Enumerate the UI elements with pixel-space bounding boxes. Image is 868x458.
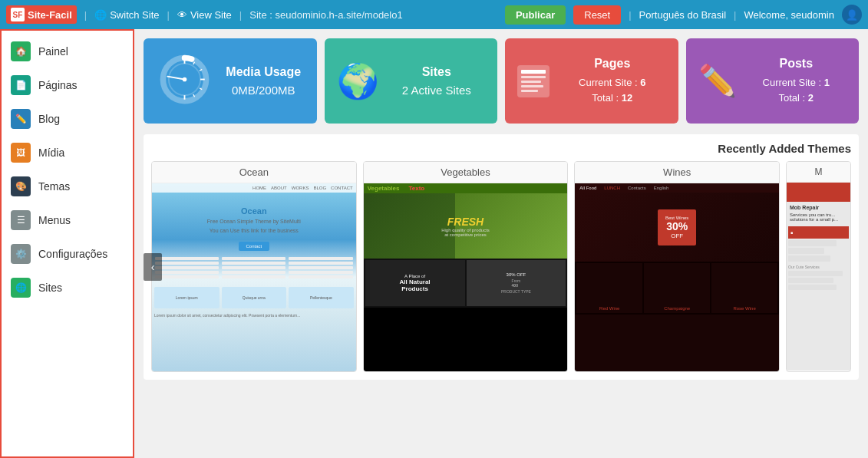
posts-pencil-icon: ✏️	[698, 63, 737, 99]
pages-title: Pages	[559, 57, 666, 71]
posts-total: Total : 2	[746, 91, 847, 106]
posts-title: Posts	[746, 57, 847, 71]
theme-card-partial[interactable]: M Mob Repair Services you can tru... sol…	[786, 161, 851, 372]
veg-topbar: Vegetables Texto	[364, 183, 568, 193]
pages-total-value: 12	[622, 92, 632, 104]
sidebar-item-painel[interactable]: 🏠 Painel	[2, 35, 133, 68]
theme-preview-wines: All Food LUNCH Contacts English Best Win…	[575, 183, 779, 371]
carousel-prev-button[interactable]: ‹	[144, 253, 162, 281]
view-site-label: View Site	[190, 9, 232, 21]
wines-nav: All Food LUNCH Contacts English	[575, 183, 779, 193]
sites-text: Sites 2 Active Sites	[388, 65, 486, 97]
publish-button[interactable]: Publicar	[505, 5, 566, 25]
posts-current: Current Site : 1	[746, 75, 847, 91]
sidebar-item-temas[interactable]: 🎨 Temas	[2, 170, 133, 203]
sidebar-item-configuracoes[interactable]: ⚙️ Configurações	[2, 237, 133, 271]
globe-icon: 🌐	[94, 9, 107, 21]
brand-name: Site-Facil	[28, 9, 72, 21]
theme-name-partial: M	[787, 162, 850, 183]
separator: |	[84, 9, 87, 21]
sidebar-label-temas: Temas	[38, 180, 70, 193]
posts-current-label: Current Site :	[763, 77, 822, 88]
brand-logo: SF Site-Facil	[6, 5, 77, 24]
sidebar-label-configuracoes: Configurações	[38, 248, 107, 260]
sidebar-item-midia[interactable]: 🖼 Mídia	[2, 136, 133, 170]
ocean-nav: HOMEABOUTWORKSBLOGCONTACT	[152, 183, 356, 193]
themes-carousel: ‹ Ocean HOMEABOUTWORKSBLOGCONTACT OceanF…	[151, 161, 851, 372]
separator4: |	[629, 9, 631, 21]
blog-icon: ✏️	[11, 109, 31, 129]
sidebar-label-midia: Mídia	[38, 147, 64, 159]
theme-name-wines: Wines	[575, 162, 779, 183]
theme-preview-ocean: HOMEABOUTWORKSBLOGCONTACT OceanFree Ocea…	[152, 183, 356, 371]
wines-badge: Best Wines 30% OFF	[658, 209, 696, 245]
menus-icon: ☰	[11, 210, 31, 230]
ocean-cta[interactable]: Contact	[239, 242, 269, 251]
posts-total-value: 2	[808, 92, 814, 104]
wines-bottom: Red Wine Champaigne Rose Wine	[575, 262, 779, 315]
sidebar-item-menus[interactable]: ☰ Menus	[2, 203, 133, 237]
reset-button[interactable]: Reset	[573, 5, 621, 25]
sidebar-label-blog: Blog	[38, 113, 60, 125]
posts-total-label: Total :	[778, 92, 805, 104]
temas-icon: 🎨	[11, 176, 31, 196]
theme-preview-vegetables: Vegetables Texto FRESH High quality of p…	[364, 183, 568, 371]
topbar: SF Site-Facil | 🌐 Switch Site | 👁 View S…	[0, 0, 868, 29]
media-icon: 🖼	[11, 143, 31, 163]
sidebar-item-paginas[interactable]: 📄 Páginas	[2, 68, 133, 102]
user-avatar-button[interactable]: 👤	[842, 5, 862, 25]
svg-point-11	[183, 77, 187, 82]
media-text: Media Usage 0MB/200MB	[223, 65, 305, 97]
sidebar-label-painel: Painel	[38, 45, 68, 58]
stats-row: Media Usage 0MB/200MB 🌍 Sites 2 Active S…	[144, 38, 859, 124]
welcome-text: Welcome, seudomin	[744, 9, 834, 21]
settings-icon: ⚙️	[11, 244, 31, 264]
view-site-button[interactable]: 👁 View Site	[177, 9, 232, 21]
theme-card-ocean[interactable]: Ocean HOMEABOUTWORKSBLOGCONTACT OceanFre…	[151, 161, 357, 372]
themes-section: Recently Added Themes ‹ Ocean HOMEABOUTW…	[144, 134, 859, 380]
language-selector[interactable]: Português do Brasil	[639, 9, 726, 21]
main-content: Media Usage 0MB/200MB 🌍 Sites 2 Active S…	[134, 29, 868, 458]
sites-icon: 🌐	[11, 278, 31, 298]
wines-hero: Best Wines 30% OFF	[575, 193, 779, 262]
theme-name-ocean: Ocean	[152, 162, 356, 183]
theme-name-vegetables: Vegetables	[364, 162, 568, 183]
sidebar-label-menus: Menus	[38, 214, 71, 226]
sidebar: 🏠 Painel 📄 Páginas ✏️ Blog 🖼 Mídia 🎨 Tem…	[0, 29, 134, 458]
switch-site-label: Switch Site	[110, 9, 159, 21]
pages-table-icon	[517, 65, 550, 97]
pages-text: Pages Current Site : 6 Total : 12	[559, 57, 666, 105]
user-icon: 👤	[846, 9, 858, 21]
sites-title: Sites	[388, 65, 486, 79]
ocean-title: OceanFree Ocean Simple Theme by SiteMult…	[152, 193, 356, 239]
house-icon: 🏠	[11, 41, 31, 61]
sidebar-item-sites[interactable]: 🌐 Sites	[2, 271, 133, 305]
sites-globe-icon: 🌍	[337, 61, 379, 101]
separator3: |	[239, 9, 242, 21]
sidebar-label-sites: Sites	[38, 282, 62, 294]
separator2: |	[167, 9, 170, 21]
pages-total: Total : 12	[559, 91, 666, 106]
theme-card-wines[interactable]: Wines All Food LUNCH Contacts English Be…	[574, 161, 780, 372]
media-title: Media Usage	[223, 65, 305, 79]
brand-icon: SF	[11, 8, 25, 21]
paginas-icon: 📄	[11, 75, 31, 95]
pages-current-value: 6	[640, 77, 645, 88]
veg-bottom-row: A Place ofAll NaturalProducts 30% OFF Fr…	[364, 259, 568, 308]
theme-preview-partial: Mob Repair Services you can tru... solut…	[787, 183, 850, 371]
pages-current: Current Site : 6	[559, 75, 666, 91]
posts-current-value: 1	[824, 77, 830, 88]
sites-value: 2 Active Sites	[388, 84, 486, 97]
veg-hero: FRESH High quality of productsat competi…	[364, 193, 568, 259]
switch-site-button[interactable]: 🌐 Switch Site	[94, 9, 159, 21]
separator5: |	[734, 9, 736, 21]
pages-card: Pages Current Site : 6 Total : 12	[505, 38, 678, 124]
posts-text: Posts Current Site : 1 Total : 2	[746, 57, 847, 105]
sites-card: 🌍 Sites 2 Active Sites	[325, 38, 498, 124]
posts-card: ✏️ Posts Current Site : 1 Total : 2	[686, 38, 860, 124]
pages-total-label: Total :	[592, 92, 619, 104]
svg-line-10	[167, 77, 184, 80]
sidebar-item-blog[interactable]: ✏️ Blog	[2, 102, 133, 136]
theme-card-vegetables[interactable]: Vegetables Vegetables Texto FRESH High q…	[363, 161, 569, 372]
media-value: 0MB/200MB	[223, 84, 305, 97]
